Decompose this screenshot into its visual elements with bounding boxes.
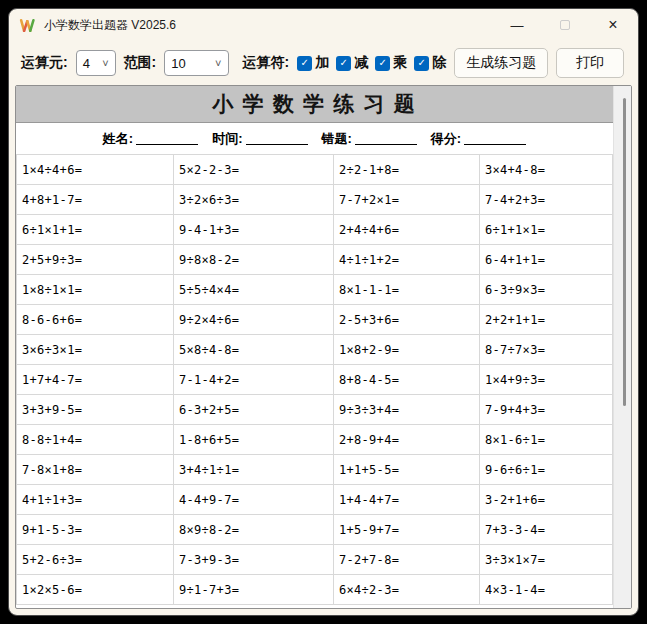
problem-cell: 4×3-1-4= (480, 575, 613, 605)
table-row: 1×4÷4+6=5×2-2-3=2÷2-1+8=3×4+4-8= (17, 155, 613, 185)
problem-cell: 7-9+4+3= (480, 395, 613, 425)
window-title: 小学数学出题器 V2025.6 (44, 17, 176, 34)
table-row: 1×8÷1×1=5÷5÷4×4=8×1-1-1=6-3÷9×3= (17, 275, 613, 305)
checkbox-checked-icon: ✓ (297, 56, 312, 71)
problem-cell: 3×4+4-8= (480, 155, 613, 185)
problem-cell: 8+8-4-5= (334, 365, 480, 395)
blank-line (136, 132, 198, 145)
problem-cell: 7-8×1+8= (17, 455, 174, 485)
problem-cell: 1+1+5-5= (334, 455, 480, 485)
problem-cell: 1×4+9÷3= (480, 365, 613, 395)
table-row: 7-8×1+8=3+4÷1÷1=1+1+5-5=9-6÷6÷1= (17, 455, 613, 485)
info-field-name: 姓名: (103, 130, 198, 148)
app-logo-icon (19, 17, 36, 34)
close-icon[interactable]: × (606, 17, 620, 33)
problems-table: 1×4÷4+6=5×2-2-3=2÷2-1+8=3×4+4-8=4+8+1-7=… (16, 154, 613, 605)
maximize-icon[interactable] (558, 19, 572, 32)
problem-cell: 6-3÷9×3= (480, 275, 613, 305)
problem-cell: 7-3+9-3= (174, 545, 334, 575)
operator-checkbox-add[interactable]: ✓ 加 (297, 54, 329, 72)
chevron-down-icon: ˅ (102, 58, 108, 69)
problem-cell: 8×1-1-1= (334, 275, 480, 305)
problem-cell: 2+8-9+4= (334, 425, 480, 455)
range-select[interactable]: 10 ˅ (164, 50, 228, 76)
scrollbar-thumb[interactable] (623, 98, 626, 406)
blank-line (464, 132, 526, 145)
problem-cell: 9÷3÷3+4= (334, 395, 480, 425)
problem-cell: 1×8÷1×1= (17, 275, 174, 305)
checkbox-checked-icon: ✓ (414, 56, 429, 71)
problem-cell: 3÷2×6÷3= (174, 185, 334, 215)
table-row: 4+1÷1+3=4-4+9-7=1+4-4+7=3-2+1+6= (17, 485, 613, 515)
problem-cell: 7-7+2×1= (334, 185, 480, 215)
scrollbar[interactable] (613, 86, 631, 608)
problem-cell: 3+3+9-5= (17, 395, 174, 425)
problem-cell: 1×8+2-9= (334, 335, 480, 365)
operator-checkbox-multiply[interactable]: ✓ 乘 (375, 54, 407, 72)
operator-checkboxes: ✓ 加 ✓ 减 ✓ 乘 ✓ 除 (297, 54, 446, 72)
table-row: 6÷1×1+1=9-4-1+3=2+4÷4+6=6÷1+1×1= (17, 215, 613, 245)
table-row: 5+2-6÷3=7-3+9-3=7-2+7-8=3÷3×1×7= (17, 545, 613, 575)
problem-cell: 8×9÷8-2= (174, 515, 334, 545)
problem-cell: 3+4÷1÷1= (174, 455, 334, 485)
problem-cell: 5+2-6÷3= (17, 545, 174, 575)
problem-cell: 1-8+6+5= (174, 425, 334, 455)
problem-cell: 8×1-6÷1= (480, 425, 613, 455)
table-row: 8-6-6+6=9÷2×4÷6=2-5+3+6=2+2+1+1= (17, 305, 613, 335)
range-value: 10 (171, 56, 185, 71)
problem-cell: 8-6-6+6= (17, 305, 174, 335)
worksheet-panel: 小 学 数 学 练 习 题 姓名: 时间: 错题: 得分: (15, 85, 632, 609)
worksheet-info-row: 姓名: 时间: 错题: 得分: (16, 123, 613, 154)
toolbar: 运算元: 4 ˅ 范围: 10 ˅ 运算符: ✓ 加 ✓ 减 ✓ 乘 ✓ (9, 41, 638, 85)
problem-cell: 1+4-4+7= (334, 485, 480, 515)
operator-checkbox-divide[interactable]: ✓ 除 (414, 54, 446, 72)
problem-cell: 9+1-5-3= (17, 515, 174, 545)
blank-line (246, 132, 308, 145)
problem-cell: 3-2+1+6= (480, 485, 613, 515)
problem-cell: 9÷1-7+3= (174, 575, 334, 605)
problem-cell: 8-7÷7×3= (480, 335, 613, 365)
worksheet-title: 小 学 数 学 练 习 题 (212, 90, 417, 118)
info-field-time: 时间: (212, 130, 307, 148)
table-row: 4+8+1-7=3÷2×6÷3=7-7+2×1=7-4+2+3= (17, 185, 613, 215)
problems-table-body: 1×4÷4+6=5×2-2-3=2÷2-1+8=3×4+4-8=4+8+1-7=… (17, 155, 613, 605)
problem-cell: 5×2-2-3= (174, 155, 334, 185)
window-controls: — × (510, 17, 620, 33)
problem-cell: 4÷1÷1+2= (334, 245, 480, 275)
problem-cell: 4-4+9-7= (174, 485, 334, 515)
operator-label-add: 加 (315, 54, 329, 72)
operand-select[interactable]: 4 ˅ (76, 50, 116, 76)
problem-cell: 6-4+1+1= (480, 245, 613, 275)
problem-cell: 8-8÷1+4= (17, 425, 174, 455)
worksheet-title-band: 小 学 数 学 练 习 题 (16, 86, 613, 123)
table-row: 2+5+9÷3=9÷8×8-2=4÷1÷1+2=6-4+1+1= (17, 245, 613, 275)
chevron-down-icon: ˅ (215, 58, 221, 69)
minimize-icon[interactable]: — (510, 19, 524, 32)
table-row: 3×6÷3×1=5×8÷4-8=1×8+2-9=8-7÷7×3= (17, 335, 613, 365)
operator-checkbox-subtract[interactable]: ✓ 减 (336, 54, 368, 72)
problem-cell: 4+1÷1+3= (17, 485, 174, 515)
problem-cell: 1+5-9+7= (334, 515, 480, 545)
problem-cell: 1×2×5-6= (17, 575, 174, 605)
problem-cell: 9÷8×8-2= (174, 245, 334, 275)
table-row: 3+3+9-5=6-3+2+5=9÷3÷3+4=7-9+4+3= (17, 395, 613, 425)
generate-button[interactable]: 生成练习题 (454, 48, 548, 78)
table-row: 1+7+4-7=7-1-4+2=8+8-4-5=1×4+9÷3= (17, 365, 613, 395)
title-bar: 小学数学出题器 V2025.6 — × (9, 9, 638, 41)
print-button[interactable]: 打印 (556, 48, 624, 78)
problem-cell: 2+4÷4+6= (334, 215, 480, 245)
problem-cell: 6-3+2+5= (174, 395, 334, 425)
problem-cell: 2+5+9÷3= (17, 245, 174, 275)
app-window: 小学数学出题器 V2025.6 — × 运算元: 4 ˅ 范围: 10 ˅ 运算… (8, 8, 639, 616)
worksheet: 小 学 数 学 练 习 题 姓名: 时间: 错题: 得分: (16, 86, 613, 608)
range-label: 范围: (124, 54, 157, 72)
operand-value: 4 (83, 56, 90, 71)
info-field-score: 得分: (431, 130, 526, 148)
table-row: 9+1-5-3=8×9÷8-2=1+5-9+7=7+3-3-4= (17, 515, 613, 545)
problem-cell: 9-6÷6÷1= (480, 455, 613, 485)
operators-label: 运算符: (243, 54, 290, 72)
problem-cell: 3÷3×1×7= (480, 545, 613, 575)
problem-cell: 1+7+4-7= (17, 365, 174, 395)
problem-cell: 9-4-1+3= (174, 215, 334, 245)
problem-cell: 3×6÷3×1= (17, 335, 174, 365)
